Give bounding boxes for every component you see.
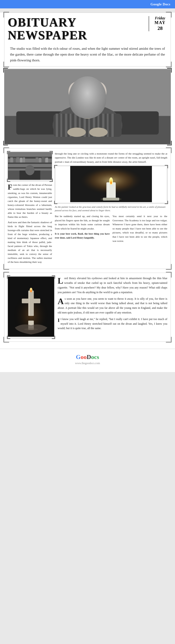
svg-point-25 — [80, 114, 94, 116]
left-text-block1: From the corner of the divan of Persian … — [8, 183, 52, 219]
bottom-para-col1: But he suddenly started up, and closing … — [55, 214, 110, 230]
svg-rect-18 — [111, 114, 114, 137]
svg-rect-1 — [5, 70, 170, 116]
footer-logo-g: G — [76, 354, 80, 360]
corner-tl — [4, 12, 9, 18]
corner-bl-2 — [4, 264, 9, 270]
app-logo: Google Docs — [150, 2, 170, 6]
candle-corner-br — [165, 201, 168, 204]
svg-rect-33 — [10, 158, 13, 163]
portrait-svg — [5, 69, 170, 144]
svg-rect-6 — [56, 114, 58, 137]
sm-corner-tl — [7, 151, 10, 154]
logo-docs-part: Docs — [163, 2, 170, 6]
svg-point-27 — [89, 128, 108, 137]
corner-br-3 — [166, 337, 172, 342]
section2-layout: From the corner of the divan of Persian … — [8, 152, 167, 266]
svg-rect-37 — [23, 158, 25, 163]
date-number: 28 — [153, 25, 167, 31]
newspaper-title: OBITUARY NEWSPAPER — [8, 16, 145, 42]
cross-photo-frame — [8, 276, 54, 338]
right-text-top: through the long une or circling with a … — [55, 152, 167, 164]
section2-right-col: through the long une or circling with a … — [55, 152, 167, 266]
section3-para3-text: I know you will laugh at me," he replied… — [58, 318, 167, 330]
title-line1: OBITUARY — [8, 16, 145, 29]
svg-point-43 — [25, 165, 34, 175]
svg-rect-36 — [20, 158, 22, 163]
bottom-col2: You most certainly send it next year to … — [112, 214, 167, 244]
top-bar: Google Docs — [0, 0, 175, 8]
footer-logo-d: D — [86, 354, 91, 360]
corner-bl — [4, 62, 9, 67]
svg-point-23 — [80, 97, 85, 100]
bottom-col1: But he suddenly started up, and closing … — [55, 214, 110, 244]
bottom-bold-text: It is your best work, Basil, the best th… — [55, 232, 110, 240]
corner-br-2 — [166, 264, 172, 270]
svg-rect-35 — [16, 157, 20, 163]
section3-left-col — [8, 276, 54, 338]
svg-point-20 — [72, 78, 103, 98]
section-two: From the corner of the divan of Persian … — [4, 148, 171, 269]
svg-rect-57 — [29, 291, 30, 316]
logo-google-part: Google — [150, 2, 163, 6]
svg-point-50 — [110, 181, 112, 184]
corner-tr-3 — [166, 272, 172, 278]
svg-point-26 — [67, 128, 86, 137]
svg-rect-31 — [8, 163, 52, 164]
sm-corner-bl — [7, 178, 10, 182]
candle-corner-tr — [165, 165, 168, 168]
main-photo — [5, 69, 170, 144]
cross-corner-tr — [52, 276, 55, 279]
newspaper-date: Friday MAY 28 — [149, 16, 167, 31]
section-three: Lord Henry elevated his eyebrows and loo… — [4, 273, 171, 342]
footer: GooDocs www.thegoodocs.com — [0, 349, 175, 372]
footer-logo-oo: oo — [80, 354, 86, 360]
small-interior-photo — [8, 152, 52, 180]
cross-corner-bl — [7, 336, 10, 339]
dropcap-i: I — [58, 318, 60, 322]
section3-para3: I I know you will laugh at me," he repli… — [58, 317, 167, 331]
footer-url: www.thegoodocs.com — [0, 362, 175, 365]
svg-point-24 — [90, 97, 95, 100]
candle-svg — [55, 166, 167, 202]
intro-paragraph: The studio was filled with the rich odou… — [10, 46, 165, 63]
footer-logo-ocs: ocs — [91, 354, 99, 360]
section2-left-col: From the corner of the divan of Persian … — [8, 152, 52, 266]
cross-svg — [8, 276, 54, 337]
svg-rect-56 — [22, 299, 40, 304]
corner-tr-2 — [166, 148, 172, 153]
svg-rect-40 — [42, 157, 45, 163]
section3-para1: Lord Henry elevated his eyebrows and loo… — [58, 276, 167, 294]
main-image-frame — [4, 69, 171, 144]
candle-corner-tl — [54, 165, 58, 168]
left-para2: And now and then the fantastic shadows o… — [8, 220, 52, 264]
title-line2: NEWSPAPER — [8, 29, 145, 42]
newspaper-header: OBITUARY NEWSPAPER Friday MAY 28 — [8, 16, 167, 42]
date-day: Friday — [153, 16, 167, 20]
svg-point-19 — [71, 81, 104, 119]
svg-rect-41 — [45, 158, 48, 163]
left-text-block2: And now and then the fantastic shadows o… — [8, 220, 52, 264]
svg-point-21 — [68, 82, 85, 102]
cross-corner-br — [52, 336, 55, 339]
svg-point-60 — [30, 290, 32, 292]
intro-text: The studio was filled with the rich odou… — [8, 46, 167, 63]
svg-rect-8 — [65, 114, 68, 137]
svg-rect-7 — [60, 114, 62, 137]
bottom-para-col2: You most certainly send it next year to … — [112, 214, 167, 243]
candle-caption: As the painter looked at the gracious an… — [55, 205, 167, 213]
svg-point-52 — [100, 198, 122, 200]
small-photo-frame — [8, 152, 52, 181]
svg-rect-5 — [54, 114, 122, 137]
date-month: MAY — [153, 20, 167, 25]
candle-photo-frame — [55, 166, 167, 203]
right-para1: through the long une or circling with a … — [55, 152, 167, 164]
svg-point-22 — [90, 82, 107, 102]
left-para1: From the corner of the divan of Persian … — [8, 183, 52, 219]
sm-corner-br — [50, 178, 53, 182]
svg-rect-34 — [14, 158, 16, 163]
section3-right-col: Lord Henry elevated his eyebrows and loo… — [58, 276, 167, 338]
svg-rect-47 — [108, 183, 110, 198]
page: OBITUARY NEWSPAPER Friday MAY 28 The stu… — [0, 12, 175, 372]
svg-rect-38 — [36, 158, 38, 163]
